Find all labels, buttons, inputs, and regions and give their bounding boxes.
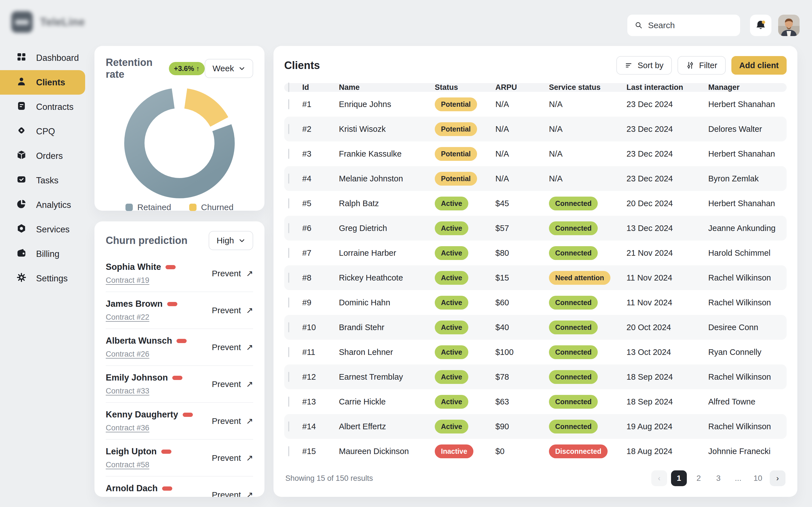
status-badge: Active [435, 420, 495, 434]
row-checkbox[interactable] [288, 421, 289, 432]
row-checkbox[interactable] [288, 198, 289, 209]
service-status-badge: Connected [549, 420, 626, 434]
cell-manager: Desiree Conn [708, 323, 786, 332]
cell-last-interaction: 11 Nov 2024 [626, 273, 708, 283]
cell-name: Dominic Hahn [339, 298, 435, 307]
pagination-next-button[interactable]: › [770, 470, 785, 486]
cell-arpu: N/A [495, 124, 549, 134]
pagination-prev-button[interactable]: ‹ [651, 470, 667, 486]
row-checkbox[interactable] [288, 173, 289, 184]
contract-link[interactable]: Contract #36 [106, 424, 149, 432]
notifications-button[interactable] [750, 15, 771, 36]
pagination-page-2[interactable]: 2 [691, 470, 707, 486]
sidebar-item-analytics[interactable]: Analytics [0, 193, 85, 217]
cell-arpu: N/A [495, 100, 549, 109]
cell-last-interaction: 23 Dec 2024 [626, 149, 708, 159]
pagination-page-1[interactable]: 1 [671, 470, 687, 486]
row-checkbox[interactable] [288, 149, 289, 159]
sidebar-item-services[interactable]: Services [0, 217, 85, 242]
table-row: #14 Albert Effertz Active $90 Connected … [284, 414, 786, 439]
service-status-badge: Need attention [549, 271, 626, 285]
prevent-link[interactable]: Prevent ↗ [212, 269, 253, 278]
prevent-link[interactable]: Prevent ↗ [212, 342, 253, 352]
sidebar-item-dashboard[interactable]: Dashboard [0, 46, 85, 70]
service-status-badge: N/A [549, 100, 626, 109]
row-checkbox[interactable] [288, 397, 289, 407]
prevent-link[interactable]: Prevent ↗ [212, 416, 253, 426]
chevron-down-icon [239, 237, 245, 244]
status-badge: Active [435, 345, 495, 359]
search-input[interactable] [648, 20, 733, 30]
table-row: #10 Brandi Stehr Active $40 Connected 20… [284, 315, 786, 340]
pagination-page-3[interactable]: 3 [711, 470, 726, 486]
contract-link[interactable]: Contract #22 [106, 313, 149, 322]
status-badge: Potential [435, 98, 495, 111]
topbar: TeleLine [0, 0, 812, 42]
sidebar-item-billing[interactable]: Billing [0, 242, 85, 266]
retention-period-dropdown[interactable]: Week [205, 59, 253, 78]
row-checkbox[interactable] [288, 347, 289, 357]
status-badge: Active [435, 321, 495, 334]
cell-name: Frankie Kassulke [339, 149, 435, 159]
row-checkbox[interactable] [288, 124, 289, 134]
select-all-checkbox[interactable] [288, 82, 289, 92]
status-badge: Active [435, 196, 495, 210]
cell-id: #1 [302, 100, 339, 109]
contract-link[interactable]: Contract #19 [106, 276, 149, 285]
cell-arpu: $45 [495, 199, 549, 208]
sidebar-item-settings[interactable]: Settings [0, 266, 85, 291]
service-status-badge: Connected [549, 395, 626, 409]
churn-list-item: James Brown Contract #22 Prevent ↗ [106, 292, 253, 329]
row-checkbox[interactable] [288, 446, 289, 456]
row-checkbox[interactable] [288, 273, 289, 283]
churn-prediction-card: Churn prediction High Sophia White Contr… [94, 221, 264, 497]
row-checkbox[interactable] [288, 223, 289, 233]
cell-name: Ralph Batz [339, 199, 435, 208]
prevent-link[interactable]: Prevent ↗ [212, 453, 253, 463]
tasks-icon [16, 174, 27, 184]
row-checkbox[interactable] [288, 248, 289, 258]
analytics-icon [16, 199, 27, 209]
churn-list-item: Kenny Daugherty Contract #36 Prevent ↗ [106, 403, 253, 440]
row-checkbox[interactable] [288, 297, 289, 307]
table-row: #12 Earnest Tremblay Active $78 Connecte… [284, 364, 786, 389]
row-checkbox[interactable] [288, 372, 289, 382]
filter-button[interactable]: Filter [677, 56, 725, 75]
contract-link[interactable]: Contract #33 [106, 387, 149, 395]
sidebar-item-orders[interactable]: Orders [0, 144, 85, 168]
cell-arpu: $63 [495, 397, 549, 406]
prevent-link[interactable]: Prevent ↗ [212, 305, 253, 315]
search-bar[interactable] [627, 15, 740, 36]
column-header: ARPU [495, 83, 549, 92]
status-badge: Active [435, 370, 495, 384]
user-avatar[interactable] [778, 15, 800, 36]
row-checkbox[interactable] [288, 322, 289, 332]
prevent-link[interactable]: Prevent ↗ [212, 379, 253, 389]
cell-manager: Herbert Shanahan [708, 149, 786, 159]
sidebar-item-cpq[interactable]: CPQ [0, 119, 85, 144]
cell-name: Kristi Wisozk [339, 124, 435, 134]
contract-link[interactable]: Contract #26 [106, 350, 149, 358]
add-client-button[interactable]: Add client [731, 56, 786, 75]
column-header: Manager [708, 83, 786, 92]
prevent-link[interactable]: Prevent ↗ [212, 490, 253, 497]
cell-name: Albert Effertz [339, 422, 435, 431]
cell-manager: Herbert Shanahan [708, 100, 786, 109]
row-checkbox[interactable] [288, 99, 289, 109]
sort-by-button[interactable]: Sort by [616, 56, 672, 75]
legend-item: Churned [189, 203, 234, 212]
table-row: #11 Sharon Lehner Active $100 Connected … [284, 340, 786, 364]
cell-last-interaction: 23 Dec 2024 [626, 100, 708, 109]
sidebar-item-clients[interactable]: Clients [0, 70, 85, 95]
sidebar-item-contracts[interactable]: Contracts [0, 95, 85, 119]
retention-title: Retention rate [106, 57, 164, 80]
sidebar-item-tasks[interactable]: Tasks [0, 168, 85, 193]
churn-level-dropdown[interactable]: High [209, 231, 253, 250]
cell-manager: Rachel Wilkinson [708, 298, 786, 307]
high-risk-indicator [161, 450, 171, 454]
cell-name: Maureen Dickinson [339, 447, 435, 456]
pagination-page-10[interactable]: 10 [750, 470, 766, 486]
cell-arpu: N/A [495, 149, 549, 159]
cell-arpu: $100 [495, 348, 549, 357]
contract-link[interactable]: Contract #58 [106, 460, 149, 469]
